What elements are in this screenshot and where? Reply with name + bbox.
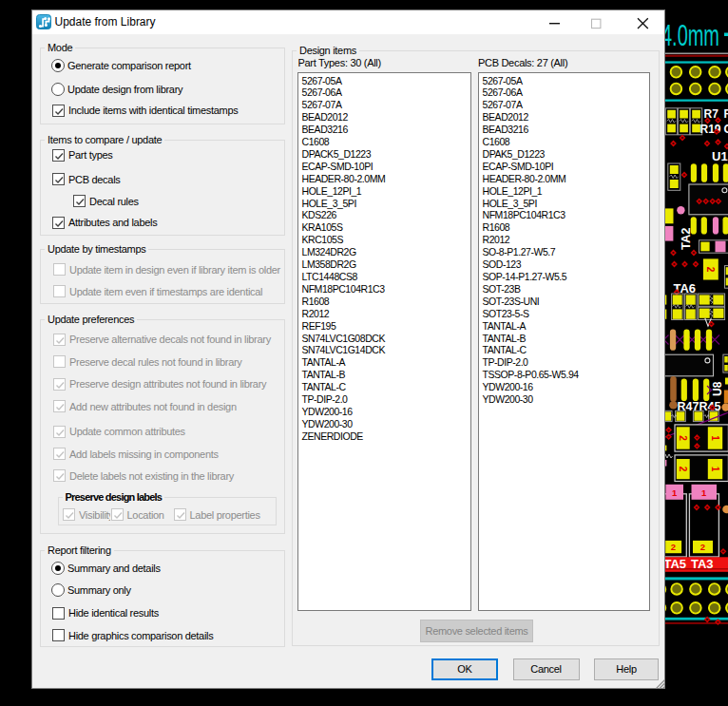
svg-text:TA5: TA5 <box>664 557 687 571</box>
svg-text:1: 1 <box>701 487 707 498</box>
svg-text:2: 2 <box>700 542 705 552</box>
svg-text:1: 1 <box>710 467 720 472</box>
svg-text:2: 2 <box>678 435 688 441</box>
svg-text:U1: U1 <box>712 149 728 163</box>
svg-text:U8: U8 <box>711 381 724 396</box>
svg-text:2: 2 <box>678 467 688 472</box>
svg-text:2: 2 <box>705 267 716 273</box>
svg-text:2: 2 <box>671 542 676 552</box>
svg-text:TA2: TA2 <box>679 227 693 250</box>
svg-text:TA3: TA3 <box>691 557 714 571</box>
svg-text:4.0mm: 4.0mm <box>661 18 719 52</box>
svg-text:1: 1 <box>710 435 720 441</box>
svg-text:1: 1 <box>672 487 678 498</box>
svg-text:C: C <box>724 123 728 136</box>
svg-text:R: R <box>724 107 728 121</box>
